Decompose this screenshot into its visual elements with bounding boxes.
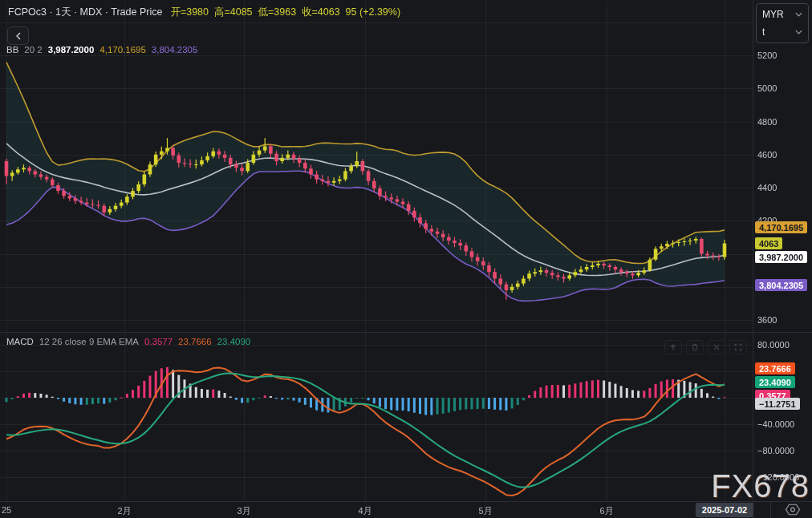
price-axis-tag: 4063 bbox=[755, 237, 782, 249]
time-axis-label: 25 bbox=[2, 505, 11, 515]
ohlc-values: 开=3980 高=4085 低=3963 收=4063 95 (+2.39%) bbox=[170, 6, 400, 19]
macd-axis-tag: 23.7666 bbox=[755, 362, 795, 374]
symbol-header: FCPOc3 · 1天 · MDX · Trade Price 开=3980 高… bbox=[8, 6, 400, 19]
hexagon-dot-icon bbox=[785, 503, 801, 516]
chevron-down-icon bbox=[795, 30, 802, 34]
pane-controls bbox=[664, 340, 747, 354]
time-axis-label: 3月 bbox=[237, 505, 250, 517]
bb-lower-value: 3,804.2305 bbox=[152, 45, 198, 55]
macd-signal-value: 23.4090 bbox=[217, 337, 251, 346]
macd-params: 12 26 close 9 EMA EMA bbox=[39, 337, 139, 346]
unit-select[interactable]: t bbox=[762, 26, 802, 38]
unit-value: t bbox=[762, 26, 765, 38]
macd-hist-value: 0.3577 bbox=[144, 337, 173, 346]
price-axis-tag: 3,987.2000 bbox=[755, 251, 807, 263]
price-tick-label: 4800 bbox=[757, 117, 777, 127]
currency-select[interactable]: MYR bbox=[762, 9, 802, 20]
time-axis-label: 5月 bbox=[478, 505, 492, 517]
chart-canvas[interactable] bbox=[0, 0, 812, 518]
symbol-title[interactable]: FCPOc3 · 1天 · MDX · Trade Price bbox=[8, 6, 162, 19]
bb-legend[interactable]: BB 20 2 3,987.2000 4,170.1695 3,804.2305 bbox=[6, 45, 197, 55]
current-date-tag: 2025-07-02 bbox=[696, 503, 753, 517]
chevron-down-icon bbox=[795, 12, 802, 17]
time-axis-label: 4月 bbox=[358, 505, 371, 517]
macd-tick-label: −40.0000 bbox=[757, 419, 794, 429]
macd-tick-label: 80.0000 bbox=[757, 340, 790, 350]
maximize-icon bbox=[733, 342, 743, 352]
macd-tick-label: −120.0000 bbox=[757, 472, 799, 482]
delete-pane-button[interactable] bbox=[686, 340, 704, 354]
back-button[interactable] bbox=[7, 26, 29, 45]
time-axis-separator bbox=[0, 501, 812, 502]
bb-basis-value: 3,987.2000 bbox=[48, 45, 95, 55]
price-axis-separator[interactable] bbox=[753, 0, 753, 518]
move-pane-up-button[interactable] bbox=[664, 340, 682, 354]
bb-params: 20 2 bbox=[24, 45, 42, 55]
chart-app: FCPOc3 · 1天 · MDX · Trade Price 开=3980 高… bbox=[0, 0, 812, 518]
close-pane-button[interactable] bbox=[708, 340, 725, 354]
chevron-left-icon bbox=[14, 32, 22, 40]
trash-icon bbox=[690, 342, 700, 352]
price-tick-label: 5200 bbox=[757, 51, 777, 60]
currency-value: MYR bbox=[762, 9, 784, 20]
time-axis-label: 2月 bbox=[117, 505, 131, 517]
pane-separator[interactable] bbox=[0, 332, 812, 333]
price-tick-label: 3600 bbox=[757, 315, 777, 325]
price-tick-label: 4400 bbox=[757, 183, 777, 192]
price-axis-tag: 3,804.2305 bbox=[755, 279, 807, 291]
maximize-pane-button[interactable] bbox=[729, 340, 747, 354]
macd-axis-tag: −11.2751 bbox=[755, 398, 800, 410]
axis-settings-button[interactable] bbox=[783, 501, 802, 517]
corner-separator bbox=[770, 501, 771, 518]
price-tick-label: 4600 bbox=[757, 150, 777, 160]
bb-name: BB bbox=[6, 45, 18, 55]
bb-upper-value: 4,170.1695 bbox=[99, 45, 146, 55]
currency-unit-selector: MYR t bbox=[756, 3, 809, 43]
time-axis-label: 6月 bbox=[599, 505, 613, 517]
arrow-up-icon bbox=[668, 342, 678, 352]
macd-tick-label: −80.0000 bbox=[757, 446, 794, 455]
price-tick-label: 5000 bbox=[757, 83, 777, 93]
macd-line-value: 23.7666 bbox=[178, 337, 212, 346]
close-icon bbox=[712, 342, 721, 352]
macd-axis-tag: 23.4090 bbox=[755, 376, 795, 388]
macd-name: MACD bbox=[6, 337, 34, 346]
macd-legend[interactable]: MACD 12 26 close 9 EMA EMA 0.3577 23.766… bbox=[6, 337, 250, 346]
price-axis-tag: 4,170.1695 bbox=[755, 221, 807, 233]
